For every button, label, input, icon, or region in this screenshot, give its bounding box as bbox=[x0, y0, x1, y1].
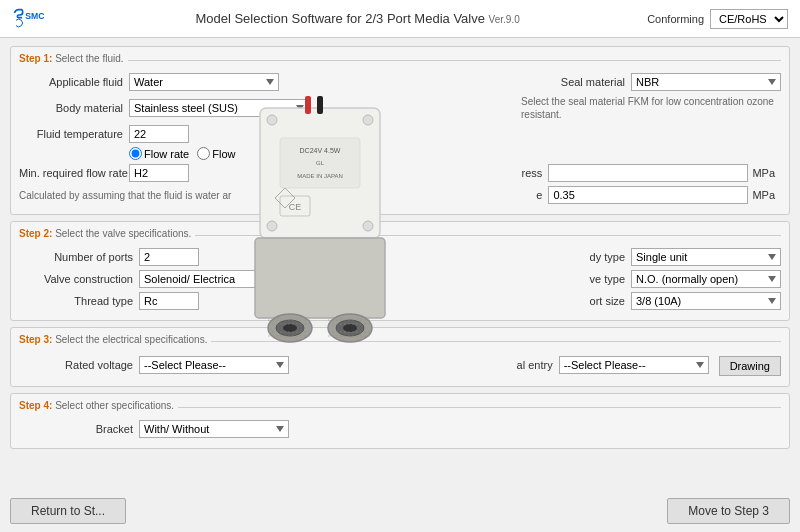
flow-radio2[interactable] bbox=[197, 147, 210, 160]
mpa-label1: MPa bbox=[752, 167, 781, 179]
step1-num: Step 1: bbox=[19, 53, 52, 64]
step3-label: Step 3: Select the electrical specificat… bbox=[19, 334, 207, 345]
min-flow-label: Min. required flow rate bbox=[19, 167, 129, 179]
step3-title-bar: Step 3: Select the electrical specificat… bbox=[19, 334, 781, 349]
svg-text:SMC: SMC bbox=[25, 11, 44, 21]
step4-label: Step 4: Select other specifications. bbox=[19, 400, 174, 411]
smc-logo-svg: SMC bbox=[12, 7, 44, 31]
valve-construction-label: Valve construction bbox=[19, 273, 139, 285]
step2-label: Step 2: Select the valve specifications. bbox=[19, 228, 191, 239]
step4-num: Step 4: bbox=[19, 400, 52, 411]
step2-num: Step 2: bbox=[19, 228, 52, 239]
num-ports-label: Number of ports bbox=[19, 251, 139, 263]
header: SMC Model Selection Software for 2/3 Por… bbox=[0, 0, 800, 38]
step2-section: Step 2: Select the valve specifications.… bbox=[10, 221, 790, 321]
e-label: e bbox=[528, 189, 548, 201]
button-row: Return to St... Move to Step 3 bbox=[10, 498, 790, 524]
num-ports-input[interactable] bbox=[139, 248, 199, 266]
bracket-label: Bracket bbox=[19, 423, 139, 435]
step1-row4: Flow rate Flow bbox=[19, 147, 781, 160]
step4-row1: Bracket With/ Without bbox=[19, 420, 781, 438]
step1-row5: Min. required flow rate ress MPa bbox=[19, 164, 781, 182]
step2-desc: Select the valve specifications. bbox=[55, 228, 191, 239]
flow-rate-radio-group: Flow rate Flow bbox=[129, 147, 235, 160]
body-type-select[interactable]: Single unit bbox=[631, 248, 781, 266]
step1-label: Step 1: Select the fluid. bbox=[19, 53, 124, 64]
flow-rate-text: Flow rate bbox=[144, 148, 189, 160]
rated-voltage-label: Rated voltage bbox=[19, 359, 139, 371]
body-type-label: dy type bbox=[571, 251, 631, 263]
step3-desc: Select the electrical specifications. bbox=[55, 334, 207, 345]
body-material-select[interactable]: Stainless steel (SUS) bbox=[129, 99, 309, 117]
port-size-select[interactable]: 3/8 (10A) bbox=[631, 292, 781, 310]
step1-desc: Select the fluid. bbox=[55, 53, 123, 64]
step1-row2: Body material Stainless steel (SUS) Sele… bbox=[19, 95, 781, 121]
flow-rate-radio-label[interactable]: Flow rate bbox=[129, 147, 189, 160]
valve-type-select[interactable]: N.O. (normally open) bbox=[631, 270, 781, 288]
mpa-label2: MPa bbox=[752, 189, 781, 201]
header-title: Model Selection Software for 2/3 Port Me… bbox=[68, 11, 647, 26]
step3-num: Step 3: bbox=[19, 334, 52, 345]
calc-note: Calculated by assuming that the fluid is… bbox=[19, 189, 269, 202]
step1-row6: Calculated by assuming that the fluid is… bbox=[19, 186, 781, 204]
move-button[interactable]: Move to Step 3 bbox=[667, 498, 790, 524]
step4-divider bbox=[178, 407, 781, 408]
port-size-label: ort size bbox=[571, 295, 631, 307]
step4-section: Step 4: Select other specifications. Bra… bbox=[10, 393, 790, 449]
thread-type-label: Thread type bbox=[19, 295, 139, 307]
flow-label2-label[interactable]: Flow bbox=[197, 147, 235, 160]
main-content: Step 1: Select the fluid. Applicable flu… bbox=[0, 38, 800, 532]
step2-title-bar: Step 2: Select the valve specifications. bbox=[19, 228, 781, 243]
seal-material-label: Seal material bbox=[541, 76, 631, 88]
step1-title-bar: Step 1: Select the fluid. bbox=[19, 53, 781, 68]
pressure-input[interactable] bbox=[548, 164, 748, 182]
pressure-label: ress bbox=[488, 167, 548, 179]
min-flow-input[interactable] bbox=[129, 164, 189, 182]
applicable-fluid-label: Applicable fluid bbox=[19, 76, 129, 88]
applicable-fluid-select[interactable]: Water bbox=[129, 73, 279, 91]
step4-desc: Select other specifications. bbox=[55, 400, 174, 411]
step1-row3: Fluid temperature bbox=[19, 125, 781, 143]
fluid-temp-label: Fluid temperature bbox=[19, 128, 129, 140]
seal-material-select[interactable]: NBR bbox=[631, 73, 781, 91]
lead-entry-select[interactable]: --Select Please-- bbox=[559, 356, 709, 374]
conforming-select[interactable]: CE/RoHS bbox=[710, 9, 788, 29]
step1-section: Step 1: Select the fluid. Applicable flu… bbox=[10, 46, 790, 215]
rated-voltage-select[interactable]: --Select Please-- bbox=[139, 356, 289, 374]
smc-logo: SMC bbox=[12, 7, 48, 31]
thread-type-input[interactable] bbox=[139, 292, 199, 310]
lead-entry-label: al entry bbox=[509, 359, 559, 371]
drawing-button[interactable]: Drawing bbox=[719, 356, 781, 376]
flow-rate-radio[interactable] bbox=[129, 147, 142, 160]
conforming-label: Conforming bbox=[647, 13, 704, 25]
flow-text2: Flow bbox=[212, 148, 235, 160]
pressure-max-input[interactable] bbox=[548, 186, 748, 204]
fluid-temp-input[interactable] bbox=[129, 125, 189, 143]
step2-row1: Number of ports dy type Single unit bbox=[19, 248, 781, 266]
version-text: Ver.9.0 bbox=[489, 14, 520, 25]
step3-section: Step 3: Select the electrical specificat… bbox=[10, 327, 790, 387]
step4-title-bar: Step 4: Select other specifications. bbox=[19, 400, 781, 415]
step3-divider bbox=[211, 341, 781, 342]
bracket-select[interactable]: With/ Without bbox=[139, 420, 289, 438]
step1-divider bbox=[128, 60, 782, 61]
valve-type-label: ve type bbox=[571, 273, 631, 285]
title-text: Model Selection Software for 2/3 Port Me… bbox=[195, 11, 485, 26]
step2-row2: Valve construction Solenoid/ Electrica v… bbox=[19, 270, 781, 288]
step1-row1: Applicable fluid Water Seal material NBR bbox=[19, 73, 781, 91]
seal-note: Select the seal material FKM for low con… bbox=[521, 95, 781, 121]
body-material-label: Body material bbox=[19, 102, 129, 114]
step3-row1: Rated voltage --Select Please-- al entry… bbox=[19, 354, 781, 376]
step2-divider bbox=[195, 235, 781, 236]
return-button[interactable]: Return to St... bbox=[10, 498, 126, 524]
valve-construction-select[interactable]: Solenoid/ Electrica bbox=[139, 270, 289, 288]
step2-row3: Thread type ort size 3/8 (10A) bbox=[19, 292, 781, 310]
